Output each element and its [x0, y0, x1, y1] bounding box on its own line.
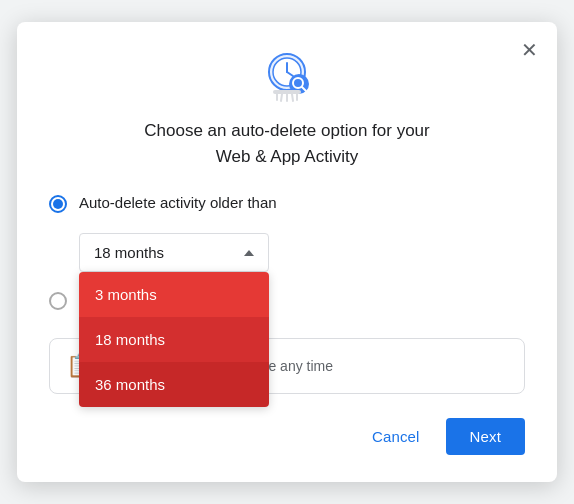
dropdown-menu: 3 months 18 months 36 months [79, 272, 269, 407]
dropdown-selected-value: 18 months [94, 244, 164, 261]
dialog-title: Choose an auto-delete option for your We… [49, 118, 525, 169]
svg-line-11 [292, 94, 293, 101]
header-icon-area [49, 50, 525, 102]
footer: Cancel Next [49, 418, 525, 455]
close-icon: ✕ [521, 38, 538, 62]
dropdown-option-18months[interactable]: 18 months [79, 317, 269, 362]
next-button[interactable]: Next [446, 418, 525, 455]
dropdown-option-3months-label: 3 months [95, 286, 157, 303]
dialog: ✕ Choose an auto-delete option for your … [17, 22, 557, 482]
option-auto-delete[interactable]: Auto-delete activity older than [49, 193, 525, 213]
close-button[interactable]: ✕ [513, 34, 545, 66]
dropdown-option-36months[interactable]: 36 months [79, 362, 269, 407]
dropdown-option-36months-label: 36 months [95, 376, 165, 393]
activity-icon [255, 50, 319, 102]
dropdown-arrow-icon [244, 250, 254, 256]
dropdown-selected[interactable]: 18 months [79, 233, 269, 272]
radio-inner [53, 199, 63, 209]
option-auto-delete-label: Auto-delete activity older than [79, 193, 277, 211]
radio-empty [49, 292, 67, 310]
dropdown-option-18months-label: 18 months [95, 331, 165, 348]
dropdown-option-3months[interactable]: 3 months [79, 272, 269, 317]
dropdown-wrapper: 18 months 3 months 18 months 36 months [79, 233, 269, 272]
svg-line-9 [281, 94, 282, 101]
radio-selected [49, 195, 67, 213]
cancel-button[interactable]: Cancel [354, 418, 438, 455]
